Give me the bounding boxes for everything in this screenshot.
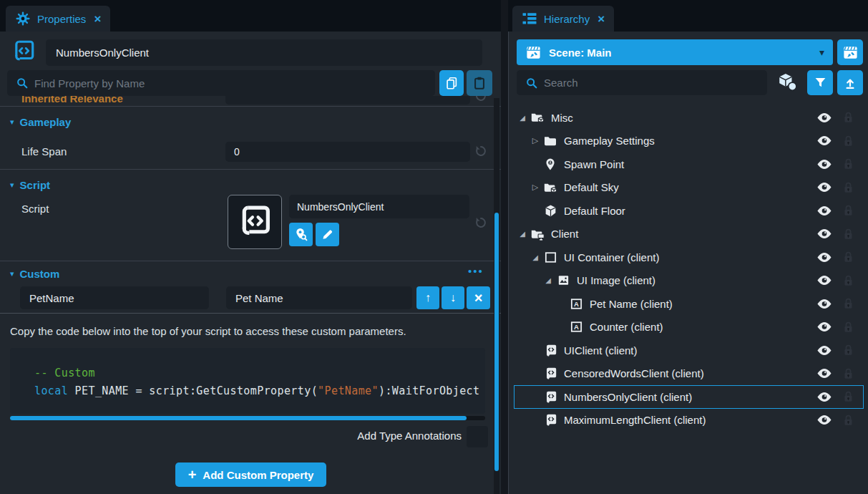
eye-visibility-icon[interactable] xyxy=(816,275,832,286)
eye-visibility-icon[interactable] xyxy=(816,392,832,402)
clipped-property-field[interactable] xyxy=(225,96,470,105)
collapse-arrow-icon[interactable]: ▷ xyxy=(530,136,540,145)
eye-visibility-icon[interactable] xyxy=(816,182,832,193)
add-type-annotations-checkbox[interactable] xyxy=(467,426,488,447)
tree-row-ui-image-client[interactable]: ◢UI Image (client) xyxy=(509,269,868,293)
lock-icon[interactable] xyxy=(842,367,854,380)
add-custom-property-button[interactable]: + Add Custom Property xyxy=(175,462,326,487)
life-span-label: Life Span xyxy=(21,145,67,158)
copy-icon xyxy=(444,76,459,90)
tree-row-maximumlengthclient-client[interactable]: MaximumLengthClient (client) xyxy=(509,409,868,432)
group-objects-icon[interactable] xyxy=(777,72,797,91)
properties-vscrollbar-thumb[interactable] xyxy=(494,213,499,471)
object-name-field[interactable] xyxy=(46,39,482,66)
script-name-field[interactable] xyxy=(289,195,469,218)
close-icon[interactable]: × xyxy=(94,13,101,25)
lock-icon[interactable] xyxy=(842,390,854,403)
tree-row-default-sky[interactable]: ▷Default Sky xyxy=(509,176,868,200)
lock-icon[interactable] xyxy=(842,251,854,263)
eye-visibility-icon[interactable] xyxy=(816,205,832,216)
section-gameplay-header[interactable]: ▾ Gameplay xyxy=(10,116,71,128)
eye-visibility-icon[interactable] xyxy=(816,112,832,123)
hierarchy-search[interactable] xyxy=(517,70,767,95)
tree-row-censoredwordsclient-client[interactable]: CensoredWordsClient (client) xyxy=(509,362,868,386)
eye-visibility-icon[interactable] xyxy=(816,228,832,239)
eye-visibility-icon[interactable] xyxy=(816,135,832,146)
close-icon[interactable]: × xyxy=(598,13,605,25)
tree-row-ui-container-client[interactable]: ◢UI Container (client) xyxy=(509,246,868,269)
move-param-up-button[interactable]: ↑ xyxy=(416,286,439,309)
find-property-search[interactable] xyxy=(7,70,435,96)
tree-row-numbersonlyclient-client[interactable]: NumbersOnlyClient (client) xyxy=(509,385,868,409)
script-icon xyxy=(543,343,557,357)
find-script-button[interactable] xyxy=(289,223,313,246)
find-property-input[interactable] xyxy=(34,70,435,96)
lock-icon[interactable] xyxy=(842,344,854,357)
move-param-down-button[interactable]: ↓ xyxy=(442,286,464,309)
tree-row-client[interactable]: ◢Client xyxy=(509,223,868,246)
tree-row-spawn-point[interactable]: Spawn Point xyxy=(509,152,868,176)
filter-button[interactable] xyxy=(807,70,833,95)
lock-icon[interactable] xyxy=(842,204,854,217)
svg-text:A: A xyxy=(574,323,579,331)
tab-properties[interactable]: Properties × xyxy=(6,6,110,32)
lock-icon[interactable] xyxy=(842,111,854,124)
lock-icon[interactable] xyxy=(842,181,854,194)
lock-icon[interactable] xyxy=(842,321,854,334)
eye-visibility-icon[interactable] xyxy=(816,299,832,309)
lock-icon[interactable] xyxy=(842,158,854,170)
collapse-arrow-icon[interactable]: ▷ xyxy=(530,183,540,192)
lock-icon[interactable] xyxy=(842,297,854,310)
code-hscrollbar-track[interactable] xyxy=(10,416,485,420)
script-label: Script xyxy=(21,203,49,215)
code-snippet-block[interactable]: -- Custom local PET_NAME = script:GetCus… xyxy=(10,348,485,414)
custom-param-name-field[interactable] xyxy=(20,286,209,309)
chevron-down-icon: ▾ xyxy=(819,47,824,58)
eye-visibility-icon[interactable] xyxy=(816,159,832,170)
expand-arrow-icon[interactable]: ◢ xyxy=(517,114,527,122)
eye-visibility-icon[interactable] xyxy=(816,345,832,356)
tab-hierarchy-label: Hierarchy xyxy=(544,13,590,25)
publish-upload-button[interactable] xyxy=(837,70,863,95)
section-script-header[interactable]: ▾ Script xyxy=(10,179,50,191)
tab-hierarchy[interactable]: Hierarchy × xyxy=(512,6,614,32)
tree-item-label: UI Container (client) xyxy=(564,251,816,263)
add-custom-property-label: Add Custom Property xyxy=(203,469,313,481)
tree-row-misc[interactable]: ◢Misc xyxy=(509,106,868,130)
tree-row-pet-name-client[interactable]: APet Name (client) xyxy=(509,292,868,316)
lock-icon[interactable] xyxy=(842,228,854,241)
expand-arrow-icon[interactable]: ◢ xyxy=(530,253,540,261)
tree-row-counter-client[interactable]: ACounter (client) xyxy=(509,316,868,339)
eye-visibility-icon[interactable] xyxy=(816,252,832,263)
delete-param-button[interactable]: × xyxy=(467,286,490,309)
tree-row-gameplay-settings[interactable]: ▷Gameplay Settings xyxy=(509,130,868,153)
hierarchy-search-input[interactable] xyxy=(544,70,767,95)
expand-arrow-icon[interactable]: ◢ xyxy=(517,230,527,238)
script-thumbnail[interactable] xyxy=(228,195,282,249)
life-span-field[interactable] xyxy=(225,142,470,162)
reset-icon[interactable] xyxy=(474,216,487,229)
scene-manager-button[interactable] xyxy=(837,39,863,65)
code-hscrollbar-thumb[interactable] xyxy=(10,416,467,420)
paste-properties-button[interactable] xyxy=(467,70,492,96)
eye-visibility-icon[interactable] xyxy=(816,321,832,332)
edit-script-button[interactable] xyxy=(316,223,339,246)
tree-item-label: Default Sky xyxy=(564,181,816,193)
lock-icon[interactable] xyxy=(842,135,854,147)
expand-arrow-icon[interactable]: ◢ xyxy=(543,276,553,284)
lock-icon[interactable] xyxy=(842,414,854,427)
section-custom-header[interactable]: ▾ Custom xyxy=(10,268,59,280)
scene-selector[interactable]: Scene: Main ▾ xyxy=(517,39,833,65)
eye-visibility-icon[interactable] xyxy=(816,368,832,379)
tree-row-uiclient-client[interactable]: UIClient (client) xyxy=(509,339,868,362)
eye-visibility-icon[interactable] xyxy=(816,415,832,425)
tree-row-default-floor[interactable]: Default Floor xyxy=(509,199,868,223)
custom-section-menu-icon[interactable]: ••• xyxy=(468,265,484,277)
scene-selector-label: Scene: Main xyxy=(549,47,812,59)
reset-icon[interactable] xyxy=(474,96,487,102)
custom-param-display-field[interactable] xyxy=(226,286,412,309)
ui-image-icon xyxy=(556,273,570,288)
reset-icon[interactable] xyxy=(474,145,487,158)
lock-icon[interactable] xyxy=(842,274,854,287)
copy-properties-button[interactable] xyxy=(439,70,464,96)
